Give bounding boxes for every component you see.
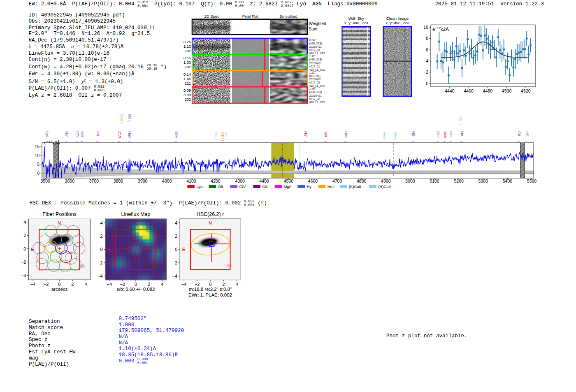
- svg-text:{: {: [76, 141, 79, 143]
- svg-text:−4: −4: [107, 282, 112, 287]
- svg-text:4: 4: [23, 220, 26, 225]
- svg-text:4: 4: [85, 282, 87, 287]
- svg-text:2: 2: [23, 233, 26, 238]
- svg-text:2D Spec: 2D Spec: [204, 14, 219, 19]
- svg-text:OII: OII: [218, 184, 223, 189]
- svg-text:1.13: 1.13: [183, 44, 191, 49]
- svg-text:4400: 4400: [260, 179, 269, 183]
- svg-text:3700: 3700: [89, 179, 99, 183]
- svg-text:0: 0: [23, 246, 26, 251]
- svg-text:4: 4: [100, 220, 103, 225]
- svg-text:x, y: 498, 223: x, y: 498, 223: [344, 21, 368, 25]
- svg-text:1.21″: 1.21″: [309, 71, 316, 74]
- svg-text:SiII: SiII: [324, 131, 328, 137]
- svg-text:E: E: [31, 247, 34, 252]
- svg-text:5000: 5000: [405, 179, 415, 183]
- svg-text:v017_03: v017_03: [309, 49, 320, 52]
- svg-text:HeII: HeII: [344, 131, 348, 138]
- svg-text:{: {: [443, 141, 447, 143]
- svg-text:2: 2: [175, 234, 177, 239]
- svg-text:OIII: OIII: [436, 131, 441, 137]
- svg-text:MgII: MgII: [284, 184, 291, 189]
- svg-text:v017_01: v017_01: [309, 65, 320, 68]
- svg-text:e−17x2Å: e−17x2Å: [44, 140, 60, 145]
- svg-text:0: 0: [135, 282, 137, 287]
- svg-text:Hβ: Hβ: [411, 131, 416, 137]
- svg-text:0: 0: [209, 282, 211, 287]
- svg-text:SiIV (: SiIV (: [120, 114, 124, 124]
- svg-text:0.26: 0.26: [183, 40, 191, 44]
- svg-text:{: {: [324, 141, 327, 143]
- svg-text:Lyα: Lyα: [45, 131, 50, 138]
- svg-text:202: 202: [184, 65, 191, 69]
- svg-text:CIV: CIV: [76, 131, 80, 138]
- svg-text:x, y: 498, 223: x, y: 498, 223: [386, 21, 409, 25]
- svg-text:4700: 4700: [332, 179, 342, 183]
- svg-text:4460: 4460: [464, 88, 474, 93]
- svg-text:HSC(26.2) r: HSC(26.2) r: [197, 211, 224, 217]
- svg-text:4: 4: [161, 282, 163, 287]
- svg-text:{: {: [174, 141, 178, 143]
- svg-text:0.14: 0.14: [183, 72, 191, 77]
- svg-text:−2: −2: [120, 282, 125, 287]
- svg-text:3900: 3900: [138, 179, 148, 183]
- svg-text:−2: −2: [98, 260, 103, 265]
- svg-text:410_LL_023: 410_LL_023: [309, 101, 325, 104]
- svg-text:4480: 4480: [483, 88, 493, 93]
- svg-text:s/b: 0.60 +/- 0.082: s/b: 0.60 +/- 0.082: [116, 287, 155, 292]
- svg-text:202: 202: [184, 49, 191, 53]
- svg-text:N: N: [209, 220, 212, 225]
- svg-text:OII (: OII (: [224, 132, 228, 140]
- svg-text:4: 4: [426, 58, 428, 63]
- svg-text:4800: 4800: [357, 179, 367, 183]
- svg-text:HeII: HeII: [128, 131, 132, 138]
- svg-text:SiIV: SiIV: [174, 131, 179, 139]
- svg-text:−4: −4: [30, 282, 36, 287]
- svg-text:0.09: 0.09: [183, 88, 191, 93]
- svg-text:{: {: [525, 141, 529, 143]
- svg-text:SiII: SiII: [80, 131, 85, 137]
- svg-text:4900: 4900: [381, 179, 391, 183]
- svg-text:3.00: 3.00: [183, 93, 191, 97]
- svg-text:5200: 5200: [454, 179, 464, 183]
- svg-text:E: E: [182, 247, 185, 252]
- svg-text:5500: 5500: [527, 179, 537, 183]
- svg-text:Hβ: Hβ: [525, 131, 530, 137]
- svg-text:20230421: 20230421: [309, 78, 322, 81]
- svg-text:{: {: [80, 141, 84, 143]
- svg-text:{: {: [344, 141, 348, 143]
- svg-text:SiIV: SiIV: [443, 131, 448, 139]
- svg-text:4600: 4600: [308, 179, 318, 183]
- svg-text:(498, 223): (498, 223): [309, 42, 322, 45]
- svg-text:20230421: 20230421: [309, 62, 322, 65]
- svg-text:4500: 4500: [284, 179, 294, 183]
- svg-text:{: {: [460, 141, 464, 143]
- svg-text:0: 0: [58, 282, 60, 287]
- svg-text:0: 0: [100, 247, 103, 252]
- svg-text:2: 2: [100, 234, 103, 239]
- svg-text:Hγ: Hγ: [460, 131, 465, 136]
- svg-text:20230421: 20230421: [309, 94, 322, 97]
- svg-text:0: 0: [426, 81, 428, 86]
- svg-text:2: 2: [222, 282, 225, 287]
- svg-text:N: N: [58, 220, 61, 225]
- svg-text:Clean Image: Clean Image: [386, 16, 409, 21]
- svg-text:v017_02: v017_02: [309, 81, 320, 84]
- svg-text:0.34″: 0.34″: [309, 39, 316, 42]
- svg-text:Sum: Sum: [309, 27, 318, 31]
- svg-text:With Sky: With Sky: [348, 16, 364, 21]
- svg-text:4: 4: [235, 282, 238, 287]
- svg-text:arcsecs: arcsecs: [51, 287, 68, 292]
- svg-text:OVI: OVI: [118, 131, 122, 138]
- svg-text:v017_02: v017_02: [309, 97, 320, 101]
- svg-text:(501, 54): (501, 54): [309, 74, 321, 78]
- svg-text:−4: −4: [21, 273, 26, 278]
- svg-text:{: {: [96, 141, 100, 143]
- svg-text:CII: CII: [517, 131, 522, 136]
- svg-text:0: 0: [37, 171, 39, 176]
- svg-text:1.30: 1.30: [183, 60, 191, 65]
- svg-text:(498, 223): (498, 223): [309, 90, 322, 94]
- svg-text:CIII: CIII: [262, 184, 269, 189]
- svg-text:4100: 4100: [186, 179, 196, 183]
- svg-text:4000: 4000: [162, 179, 172, 183]
